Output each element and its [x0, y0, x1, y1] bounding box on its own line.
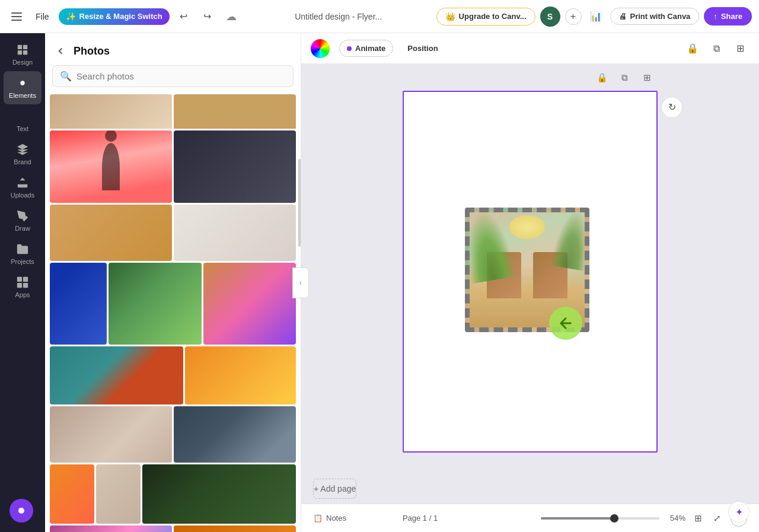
zoom-slider[interactable] [541, 517, 659, 520]
duplicate-icon[interactable]: ⧉ [707, 39, 726, 58]
resize-label: Resize & Magic Switch [79, 12, 162, 21]
add-page-section: + Add page [301, 479, 759, 504]
animate-label: Animate [355, 44, 385, 53]
photo-item[interactable] [174, 130, 296, 203]
zoom-percent: 54% [664, 514, 685, 523]
upgrade-button[interactable]: 👑 Upgrade to Canv... [436, 8, 535, 26]
share-label: Share [721, 12, 742, 21]
sidebar-item-elements-label: Elements [9, 92, 36, 99]
sidebar-item-text[interactable]: Text [4, 104, 42, 138]
cloud-save-icon[interactable]: ☁ [222, 7, 241, 26]
svg-rect-10 [17, 283, 22, 288]
print-label: Print with Canva [630, 12, 691, 21]
magic-assistant-button[interactable]: ✦ [728, 501, 750, 523]
animate-dot [347, 46, 352, 51]
sidebar-item-projects[interactable]: Projects [4, 237, 42, 270]
photos-header: Photos [45, 33, 301, 65]
animate-button[interactable]: Animate [339, 40, 393, 57]
undo-button[interactable]: ↩ [174, 7, 193, 26]
canvas-element[interactable] [465, 208, 589, 335]
photo-item[interactable] [185, 346, 296, 404]
photo-item[interactable] [174, 205, 296, 261]
canvas-lock-icon[interactable]: 🔒 [594, 69, 610, 86]
share-button[interactable]: ↑ Share [704, 7, 752, 26]
position-button[interactable]: Position [403, 42, 442, 55]
redo-button[interactable]: ↪ [198, 7, 217, 26]
photo-item[interactable] [109, 263, 202, 345]
photo-item[interactable] [174, 525, 296, 532]
print-button[interactable]: 🖨 Print with Canva [610, 8, 700, 25]
svg-rect-9 [23, 277, 28, 282]
expand-icon[interactable]: ⊞ [731, 39, 750, 58]
user-avatar[interactable]: S [540, 7, 560, 27]
svg-rect-3 [18, 45, 22, 49]
search-bar[interactable]: 🔍 [52, 65, 294, 87]
topbar: File ✨ Resize & Magic Switch ↩ ↪ ☁ Untit… [0, 0, 759, 33]
sidebar-item-projects-label: Projects [11, 258, 34, 265]
svg-rect-11 [23, 283, 28, 288]
canva-home-button[interactable] [9, 499, 33, 523]
photos-back-button[interactable] [52, 43, 69, 59]
canvas-refresh-button[interactable]: ↻ [661, 97, 683, 118]
secondary-toolbar: Animate Position 🔒 ⧉ ⊞ [301, 33, 759, 64]
canvas-expand-icon[interactable]: ⊞ [639, 69, 655, 86]
photo-item[interactable] [50, 406, 172, 463]
fullscreen-button[interactable]: ⤢ [709, 510, 726, 527]
photo-item[interactable] [50, 525, 172, 532]
sidebar-item-draw[interactable]: Draw [4, 204, 42, 237]
view-buttons: ⊞ ⤢ [690, 510, 726, 527]
sidebar-item-apps[interactable]: Apps [4, 270, 42, 304]
photo-item[interactable] [96, 464, 141, 524]
resize-magic-switch-button[interactable]: ✨ Resize & Magic Switch [59, 8, 170, 25]
canvas-scroll[interactable]: 🔒 ⧉ ⊞ ↻ [301, 64, 759, 479]
photo-item[interactable] [174, 406, 296, 463]
photo-item[interactable] [203, 263, 296, 345]
magic-switch-circle[interactable] [549, 307, 582, 340]
photos-grid-container [45, 93, 301, 532]
document-title[interactable]: Untitled design - Flyer... [245, 12, 432, 21]
svg-rect-5 [18, 50, 22, 55]
svg-rect-6 [23, 50, 27, 55]
sidebar-item-design-label: Design [12, 59, 33, 66]
canvas-copy-icon[interactable]: ⧉ [616, 69, 633, 86]
lock-icon[interactable]: 🔒 [683, 39, 702, 58]
hamburger-menu[interactable] [7, 7, 26, 26]
photo-item[interactable] [142, 464, 296, 524]
svg-rect-0 [11, 12, 22, 14]
file-menu[interactable]: File [31, 9, 54, 24]
sidebar-item-brand[interactable]: Brand [4, 138, 42, 171]
canvas-frame[interactable]: ↻ [403, 91, 658, 453]
search-input[interactable] [76, 71, 286, 81]
zoom-thumb[interactable] [610, 514, 618, 523]
add-collaborator-button[interactable]: + [565, 8, 582, 25]
photo-item[interactable] [50, 94, 172, 129]
panel-collapse-button[interactable]: ‹ [292, 267, 309, 298]
photo-item[interactable] [50, 130, 172, 203]
sidebar-item-uploads[interactable]: Uploads [4, 171, 42, 204]
notes-button[interactable]: 📋 Notes [313, 514, 346, 523]
status-bar: 📋 Notes Page 1 / 1 54% ⊞ ⤢ ? [301, 504, 759, 532]
add-page-button[interactable]: + Add page [313, 479, 356, 499]
svg-rect-4 [23, 45, 27, 49]
notes-icon: 📋 [313, 514, 323, 523]
photo-item[interactable] [50, 346, 183, 404]
color-wheel[interactable] [311, 39, 330, 58]
sidebar-item-design[interactable]: Design [4, 38, 42, 71]
share-icon: ↑ [713, 12, 717, 21]
sidebar-item-uploads-label: Uploads [11, 192, 34, 199]
photo-item[interactable] [50, 464, 94, 524]
photos-panel-title: Photos [74, 45, 110, 58]
sidebar-item-elements[interactable]: Elements [4, 71, 42, 104]
left-nav: Design Elements Text Brand Uploads Draw … [0, 33, 45, 532]
sidebar-item-draw-label: Draw [15, 225, 30, 232]
photo-item[interactable] [50, 205, 172, 261]
analytics-button[interactable]: 📊 [586, 7, 605, 26]
photo-item[interactable] [50, 263, 107, 345]
notes-label: Notes [326, 514, 346, 523]
resize-emoji: ✨ [66, 12, 76, 21]
photo-item[interactable] [174, 94, 296, 129]
svg-point-7 [20, 81, 24, 85]
grid-view-button[interactable]: ⊞ [690, 510, 707, 527]
crown-icon: 👑 [445, 12, 455, 21]
upgrade-label: Upgrade to Canv... [459, 12, 527, 21]
